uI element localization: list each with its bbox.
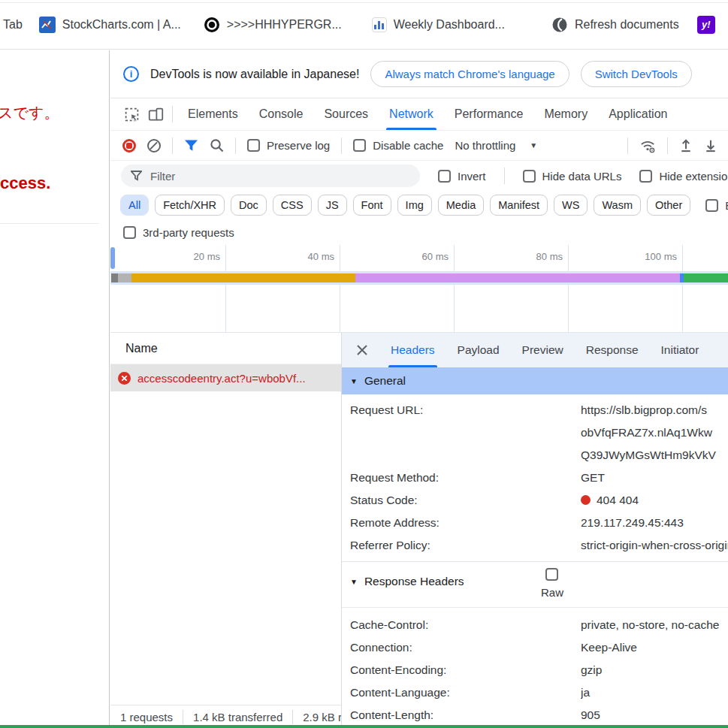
overview-segment-purple: [355, 273, 680, 282]
header-label: Referrer Policy:: [350, 534, 581, 557]
chip-all[interactable]: All: [120, 195, 149, 216]
export-har-icon[interactable]: [704, 138, 717, 153]
close-icon[interactable]: [351, 339, 373, 361]
chip-font[interactable]: Font: [353, 195, 391, 216]
match-chrome-language-button[interactable]: Always match Chrome's language: [370, 61, 569, 87]
tab-console[interactable]: Console: [249, 98, 314, 130]
response-headers-key-values: Cache-Control: private, no-store, no-cac…: [342, 608, 728, 726]
bookmark-item-stockcharts[interactable]: StockCharts.com | A...: [39, 17, 181, 33]
disable-cache-checkbox[interactable]: [353, 139, 366, 152]
devtools-panel: i DevTools is now available in Japanese!…: [110, 50, 728, 728]
record-network-log-button[interactable]: [122, 139, 136, 153]
timeline-tick: 60 ms: [422, 251, 454, 262]
search-icon[interactable]: [210, 138, 224, 153]
overview-segment-gray: [118, 273, 131, 282]
details-tab-initiator[interactable]: Initiator: [650, 333, 711, 367]
hide-data-urls-checkbox[interactable]: [523, 170, 536, 183]
chip-img[interactable]: Img: [397, 195, 432, 216]
chip-css[interactable]: CSS: [273, 195, 312, 216]
black-circle-favicon-icon: [204, 17, 220, 33]
chip-manifest[interactable]: Manifest: [490, 195, 548, 216]
timeline-tick: 20 ms: [194, 251, 225, 262]
divider: [504, 168, 505, 184]
device-toolbar-icon[interactable]: [143, 103, 168, 125]
general-section-header[interactable]: ▼ General: [342, 367, 728, 394]
header-value: gzip: [581, 659, 728, 681]
bookmark-item-weekly-dashboard[interactable]: Weekly Dashboard...: [372, 17, 505, 32]
waterfall-grid[interactable]: [110, 285, 728, 333]
status-code-value: 404 404: [581, 489, 728, 512]
request-name: accesscodeentry.act?u=wbobVf...: [137, 372, 341, 385]
tab-network[interactable]: Network: [379, 98, 444, 130]
column-header-name[interactable]: Name: [110, 333, 341, 364]
header-value: 905: [581, 704, 728, 726]
request-row[interactable]: accesscodeentry.act?u=wbobVf...: [110, 364, 341, 391]
page-japanese-error-text: スです。: [0, 103, 59, 123]
infobar-message: DevTools is now available in Japanese!: [150, 68, 359, 81]
details-tab-payload[interactable]: Payload: [446, 333, 511, 367]
chip-fetch-xhr[interactable]: Fetch/XHR: [155, 195, 225, 216]
tab-application[interactable]: Application: [598, 98, 678, 130]
preserve-log-checkbox[interactable]: [247, 139, 260, 152]
header-value: 219.117.249.45:443: [581, 512, 728, 534]
filter-toggle-icon[interactable]: [184, 139, 198, 153]
collapse-triangle-icon: ▼: [350, 377, 358, 385]
timeline-ruler[interactable]: 20 ms 40 ms 60 ms 80 ms 100 ms: [110, 245, 728, 271]
waterfall-gridline: [225, 285, 226, 332]
tab-sources[interactable]: Sources: [313, 98, 379, 130]
bookmark-item-tab[interactable]: Tab: [3, 18, 23, 32]
import-har-icon[interactable]: [679, 138, 693, 153]
chip-other[interactable]: Other: [647, 195, 690, 216]
invert-toggle[interactable]: Invert: [438, 170, 486, 183]
timeline-tick: 100 ms: [645, 251, 682, 262]
chip-media[interactable]: Media: [438, 195, 485, 216]
network-overview-bar[interactable]: [110, 271, 728, 285]
details-tab-preview[interactable]: Preview: [511, 333, 575, 367]
bookmark-item-yahoo[interactable]: y!: [697, 16, 715, 34]
header-value: ja: [581, 681, 728, 704]
devtools-tabbar: Elements Console Sources Network Perform…: [110, 98, 728, 131]
filter-input[interactable]: Filter: [121, 165, 420, 187]
switch-devtools-language-button[interactable]: Switch DevTools: [581, 61, 692, 87]
raw-headers-checkbox[interactable]: [545, 568, 558, 581]
preserve-log-toggle[interactable]: Preserve log: [247, 139, 330, 152]
chip-wasm[interactable]: Wasm: [594, 195, 641, 216]
inspect-element-icon[interactable]: [119, 103, 143, 125]
blocked-checkbox[interactable]: [705, 199, 718, 212]
disable-cache-toggle[interactable]: Disable cache: [353, 139, 443, 152]
request-type-filters: All Fetch/XHR Doc CSS JS Font Img Media …: [110, 191, 728, 219]
bookmark-label: Tab: [3, 18, 23, 32]
third-party-checkbox[interactable]: [123, 226, 136, 239]
hide-data-urls-toggle[interactable]: Hide data URLs: [523, 170, 622, 183]
header-label: Content-Length:: [350, 704, 581, 726]
hide-extension-urls-toggle[interactable]: Hide extension URLs: [639, 170, 728, 183]
blocked-cookies-toggle[interactable]: Blocked: [705, 199, 728, 212]
chip-js[interactable]: JS: [318, 195, 347, 216]
tab-performance[interactable]: Performance: [444, 98, 534, 130]
tab-memory[interactable]: Memory: [533, 98, 598, 130]
chip-ws[interactable]: WS: [554, 195, 588, 216]
overview-segment-gold: [131, 273, 355, 282]
network-filter-row: Filter Invert Hide data URLs Hide extens…: [110, 161, 728, 191]
header-label: Connection:: [350, 636, 581, 659]
timeline-gridline: [682, 245, 683, 271]
raw-headers-label: Raw: [536, 586, 569, 599]
divider: [627, 137, 628, 154]
timeline-gridline: [340, 245, 340, 271]
chip-doc[interactable]: Doc: [231, 195, 267, 216]
hide-extension-urls-checkbox[interactable]: [639, 170, 652, 183]
clear-network-log-button[interactable]: [147, 139, 161, 153]
details-tab-headers[interactable]: Headers: [379, 333, 446, 367]
bookmark-label: >>>>HHHYPERGR...: [227, 18, 342, 32]
window-edge-highlight: [0, 725, 728, 728]
throttling-dropdown[interactable]: No throttling ▼: [455, 139, 537, 152]
response-headers-section-header[interactable]: ▼ Response Headers Raw: [342, 561, 728, 608]
globe-favicon-icon: [551, 17, 568, 33]
overview-drag-handle[interactable]: [110, 247, 115, 269]
tab-elements[interactable]: Elements: [177, 98, 249, 130]
bookmark-item-hypergr[interactable]: >>>>HHHYPERGR...: [204, 17, 342, 33]
details-tab-response[interactable]: Response: [575, 333, 650, 367]
invert-checkbox[interactable]: [438, 170, 451, 183]
bookmark-item-refresh-documents[interactable]: Refresh documents: [551, 17, 679, 33]
network-conditions-icon[interactable]: [639, 138, 656, 153]
